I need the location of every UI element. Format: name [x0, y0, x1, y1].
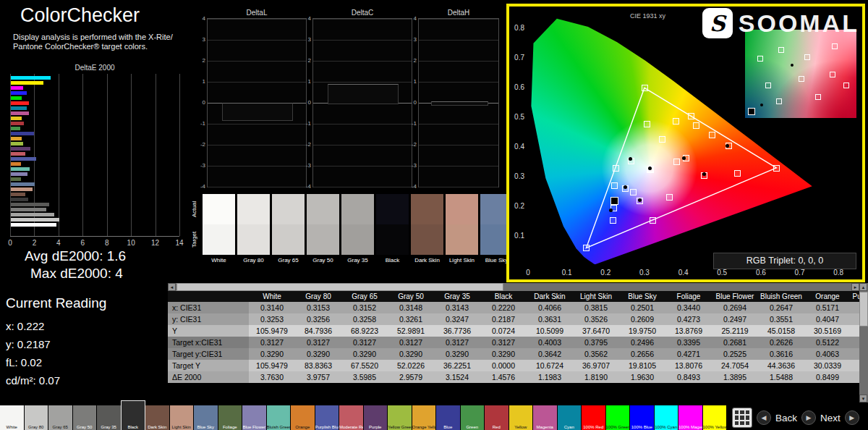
- patch-swatch-bluish-green[interactable]: Bluish Green: [267, 405, 291, 430]
- patch-swatch-blue-sky[interactable]: Blue Sky: [194, 405, 218, 430]
- table-row: Y105.947984.793668.922352.989136.77360.0…: [168, 325, 859, 337]
- patch-swatch-gray-80[interactable]: Gray 80: [25, 405, 48, 430]
- table-cell: 0.1943: [851, 313, 859, 325]
- y-axis-tick-label: 3: [203, 36, 205, 43]
- delta-c-chart-title: DeltaC: [312, 9, 412, 18]
- horizontal-scrollbar-track[interactable]: [176, 283, 851, 291]
- swatch-label: Blue Sky: [194, 425, 218, 429]
- patch-swatch-magenta[interactable]: Magenta: [533, 405, 557, 430]
- table-cell: 0.2647: [758, 302, 804, 313]
- patch-swatch-dark-skin[interactable]: Dark Skin: [145, 405, 169, 430]
- horizontal-scrollbar-thumb[interactable]: [176, 283, 503, 291]
- table-horizontal-scrollbar[interactable]: ◄ ►: [168, 283, 859, 291]
- deltae-bar: [11, 208, 46, 211]
- patch-swatch-gray-35[interactable]: Gray 35: [97, 405, 121, 430]
- patch-swatch-white[interactable]: White: [0, 405, 24, 430]
- scroll-down-button[interactable]: ▼: [859, 395, 867, 402]
- patch-swatch-purple[interactable]: Purple: [364, 405, 388, 430]
- table-cell: 1.1983: [527, 371, 573, 383]
- patch-grid-button[interactable]: [732, 408, 752, 428]
- table-cell: 0.1886: [851, 348, 859, 360]
- x-axis-tick-label: 14: [175, 239, 183, 247]
- patch-swatch-100-yellow[interactable]: 100% Yellow: [703, 405, 727, 430]
- inset-measure-point: [757, 56, 763, 62]
- deltae-bar: [11, 177, 21, 181]
- table-cell: 36.2251: [434, 360, 480, 371]
- column-header: Gray 50: [388, 291, 434, 302]
- patch-swatch-green[interactable]: Green: [461, 405, 485, 430]
- gridline: [419, 145, 498, 146]
- patch-swatch-100-red[interactable]: 100% Red: [582, 405, 605, 430]
- patch-column: Light Skin: [446, 194, 478, 267]
- current-reading-panel: Current Reading x: 0.222y: 0.2187fL: 0.0…: [6, 295, 106, 389]
- table-cell: 36.7736: [434, 325, 480, 337]
- patch-swatch-yellow-green[interactable]: Yellow Green: [388, 405, 412, 430]
- table-cell: 3.5985: [341, 371, 388, 383]
- vertical-scrollbar-thumb[interactable]: [859, 292, 868, 326]
- y-axis-tick-label: -1: [200, 120, 205, 127]
- deltae2000-plot: 02468101214: [10, 74, 179, 237]
- patch-swatch-moderate-red[interactable]: Moderate Red: [339, 405, 363, 430]
- table-cell: 0.3290: [295, 348, 341, 360]
- patch-swatch-purplish-blue[interactable]: Purplish Blue: [315, 405, 339, 430]
- scroll-down-icon: ▼: [861, 397, 866, 401]
- table-cell: 1.2647: [851, 371, 859, 383]
- current-reading-values: x: 0.222y: 0.2187fL: 0.02cd/m²: 0.07: [6, 317, 106, 389]
- patch-swatch-yellow[interactable]: Yellow: [509, 405, 533, 430]
- patch-swatch-gray-50[interactable]: Gray 50: [73, 405, 97, 430]
- patch-swatch-orange-yellow[interactable]: Orange Yellow: [412, 405, 436, 430]
- gridline: [419, 187, 498, 187]
- subtitle-line-1: Display analysis is performed with the X…: [13, 33, 173, 42]
- patch-swatch-100-cyan[interactable]: 100% Cyan: [655, 405, 678, 430]
- patch-label: Gray 80: [237, 255, 270, 267]
- patch-swatch-foliage[interactable]: Foliage: [218, 405, 242, 430]
- patch-column: Black: [376, 194, 409, 267]
- deltae2000-chart-title: DeltaE 2000: [10, 64, 179, 74]
- table-cell: 0.8493: [665, 371, 712, 383]
- back-button[interactable]: Back: [775, 413, 797, 423]
- table-cell: 12.0575: [851, 360, 859, 371]
- cie-measure-point: [659, 136, 665, 143]
- cie-measure-point: [630, 189, 637, 195]
- patch-label: Gray 35: [341, 255, 374, 267]
- patch-swatch-light-skin[interactable]: Light Skin: [170, 405, 194, 430]
- next-arrow-icon[interactable]: ▶: [801, 410, 816, 425]
- vertical-scrollbar-track[interactable]: [859, 291, 868, 395]
- deltae-bar: [11, 213, 54, 216]
- patch-swatch-gray-65[interactable]: Gray 65: [48, 405, 72, 430]
- patch-swatch-orange[interactable]: Orange: [291, 405, 315, 430]
- deltae2000-chart: DeltaE 2000 02468101214: [10, 64, 179, 237]
- gridline: [208, 82, 306, 83]
- deltae-bar: [11, 162, 21, 166]
- table-vertical-scrollbar[interactable]: ▲ ▼: [859, 283, 868, 402]
- patch-swatch-100-magenta[interactable]: 100% Magenta: [678, 405, 702, 430]
- swatch-label: Yellow Green: [388, 425, 412, 429]
- scroll-right-button[interactable]: ►: [851, 283, 859, 291]
- column-header: Gray 80: [295, 291, 341, 302]
- target-row-label: Target: [191, 224, 197, 255]
- x-axis-tick-label: 0: [526, 269, 530, 277]
- swatch-label: Gray 65: [48, 425, 72, 429]
- delta-c-chart-plot: 43210-1-2-3-4: [312, 18, 412, 187]
- patch-swatch-black[interactable]: Black: [122, 401, 145, 430]
- skip-arrow-icon[interactable]: ▶: [845, 410, 859, 425]
- scroll-up-button[interactable]: ▲: [859, 283, 867, 291]
- scroll-left-button[interactable]: ◄: [168, 283, 176, 291]
- patch-swatch-blue-flower[interactable]: Blue Flower: [242, 405, 266, 430]
- patch-swatch-blue[interactable]: Blue: [436, 405, 460, 430]
- deltae-bar: [11, 81, 43, 85]
- x-axis-tick-label: 6: [81, 239, 85, 247]
- patch-label: White: [203, 255, 235, 267]
- back-arrow-icon[interactable]: ◀: [757, 410, 771, 425]
- actual-patch-swatch: [307, 194, 339, 224]
- swatch-label: Dark Skin: [145, 425, 169, 429]
- patch-swatch-red[interactable]: Red: [485, 405, 509, 430]
- table-cell: 0.4003: [527, 337, 573, 348]
- patch-swatch-cyan[interactable]: Cyan: [558, 405, 582, 430]
- patch-swatch-100-blue[interactable]: 100% Blue: [630, 405, 654, 430]
- inset-measure-point: [832, 43, 838, 49]
- column-header: Bluish Green: [758, 291, 804, 302]
- y-axis-tick-label: -3: [306, 162, 311, 169]
- patch-swatch-100-green[interactable]: 100% Green: [606, 405, 630, 430]
- next-button[interactable]: Next: [820, 413, 841, 423]
